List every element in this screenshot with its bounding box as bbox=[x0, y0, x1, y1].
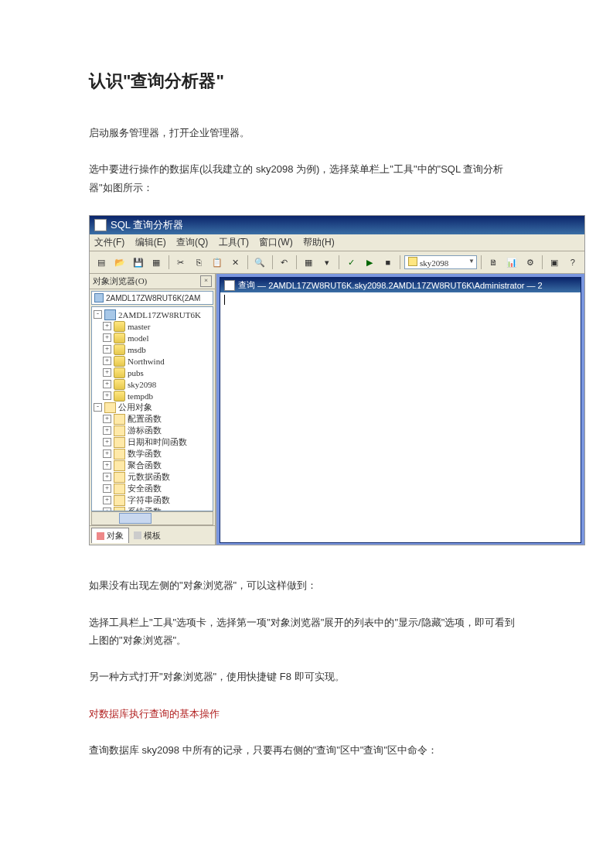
window-icon[interactable]: ▣ bbox=[547, 254, 563, 271]
database-icon bbox=[114, 356, 125, 367]
object-tree[interactable]: -2AMDL17ZW8RUT6K+master+model+msdb+North… bbox=[91, 306, 213, 511]
expand-icon[interactable]: + bbox=[103, 426, 111, 435]
menu-edit[interactable]: 编辑(E) bbox=[135, 237, 166, 248]
tree-item[interactable]: +数学函数 bbox=[92, 448, 213, 460]
expand-icon[interactable]: + bbox=[103, 345, 111, 354]
tree-item[interactable]: +元数据函数 bbox=[92, 471, 213, 483]
tree-item[interactable]: +Northwind bbox=[92, 355, 213, 367]
separator bbox=[542, 255, 543, 269]
expand-icon[interactable]: + bbox=[103, 322, 111, 330]
tree-item[interactable]: +model bbox=[92, 332, 213, 343]
tree-label: 2AMDL17ZW8RUT6K bbox=[118, 310, 201, 320]
query-editor[interactable] bbox=[220, 292, 581, 542]
expand-icon[interactable]: + bbox=[103, 333, 111, 342]
para-2: 选中要进行操作的数据库(以我建立的 sky2098 为例)，选择菜单栏上"工具"… bbox=[89, 160, 524, 196]
copy-icon[interactable]: ⎘ bbox=[191, 254, 207, 271]
trace-icon[interactable]: 📊 bbox=[504, 254, 520, 271]
tree-label: 元数据函数 bbox=[128, 471, 170, 483]
para-4: 选择工具栏上"工具"选项卡，选择第一项"对象浏览器"展开的列表中的"显示/隐藏"… bbox=[89, 613, 524, 650]
server-select[interactable]: 2AMDL17ZW8RUT6K(2AM bbox=[91, 291, 213, 305]
tree-label: 安全函数 bbox=[128, 483, 162, 494]
execute-icon[interactable]: ✓ bbox=[343, 254, 359, 271]
tab-objects[interactable]: 对象 bbox=[91, 528, 129, 543]
menu-help[interactable]: 帮助(H) bbox=[303, 237, 335, 248]
object-browser-title: 对象浏览器(O) × bbox=[90, 274, 215, 289]
separator bbox=[272, 255, 273, 269]
tree-item[interactable]: +master bbox=[92, 320, 213, 332]
doc-title: 认识"查询分析器" bbox=[89, 70, 524, 93]
dropdown-icon[interactable]: ▾ bbox=[319, 254, 335, 271]
new-query-icon[interactable]: ▤ bbox=[94, 254, 110, 271]
database-icon bbox=[114, 321, 125, 332]
database-select[interactable]: sky2098 bbox=[404, 255, 477, 269]
expand-icon[interactable]: + bbox=[103, 449, 111, 458]
expand-icon[interactable]: + bbox=[103, 368, 111, 377]
close-icon[interactable]: × bbox=[200, 275, 212, 287]
expand-icon[interactable]: + bbox=[103, 484, 111, 493]
tree-label: 字符串函数 bbox=[128, 494, 170, 506]
menu-tools[interactable]: 工具(T) bbox=[219, 237, 249, 248]
tab-templates[interactable]: 模板 bbox=[129, 528, 165, 543]
folder-icon bbox=[114, 472, 125, 483]
expand-icon[interactable]: + bbox=[103, 496, 111, 504]
tree-label: tempdb bbox=[128, 391, 153, 401]
expand-icon[interactable]: + bbox=[103, 380, 111, 388]
tree-label: sky2098 bbox=[128, 380, 156, 389]
tree-item[interactable]: +聚合函数 bbox=[92, 460, 213, 471]
undo-icon[interactable]: ↶ bbox=[276, 254, 292, 271]
tree-item[interactable]: +msdb bbox=[92, 343, 213, 355]
cut-icon[interactable]: ✂ bbox=[172, 254, 189, 271]
tree-item[interactable]: +sky2098 bbox=[92, 378, 213, 390]
menu-query[interactable]: 查询(Q) bbox=[176, 237, 208, 248]
results-icon[interactable]: ▦ bbox=[301, 254, 317, 271]
menu-window[interactable]: 窗口(W) bbox=[259, 237, 292, 248]
open-icon[interactable]: 📂 bbox=[112, 254, 128, 271]
tree-item[interactable]: +安全函数 bbox=[92, 483, 213, 494]
expand-icon[interactable]: - bbox=[94, 403, 102, 412]
tree-label: master bbox=[128, 322, 150, 331]
menu-file[interactable]: 文件(F) bbox=[94, 237, 124, 248]
expand-icon[interactable]: - bbox=[94, 310, 102, 319]
tree-item[interactable]: -公用对象 bbox=[92, 402, 213, 413]
stop-icon[interactable]: ■ bbox=[380, 254, 396, 271]
app-title: SQL 查询分析器 bbox=[111, 218, 183, 232]
separator bbox=[400, 255, 400, 269]
para-3: 如果没有出现左侧的"对象浏览器"，可以这样做到： bbox=[89, 576, 524, 594]
tree-label: 游标函数 bbox=[128, 425, 162, 436]
tree-item[interactable]: +pubs bbox=[92, 367, 213, 378]
menubar: 文件(F) 编辑(E) 查询(Q) 工具(T) 窗口(W) 帮助(H) bbox=[90, 234, 584, 251]
database-icon bbox=[114, 379, 125, 390]
expand-icon[interactable]: + bbox=[103, 473, 111, 481]
para-7: 查询数据库 sky2098 中所有的记录，只要再右侧的"查询"区中"查询"区中命… bbox=[89, 741, 524, 759]
help-icon[interactable]: ? bbox=[564, 254, 581, 271]
expand-icon[interactable]: + bbox=[103, 438, 111, 446]
mdi-area: 查询 — 2AMDL17ZW8RUT6K.sky2098.2AMDL17ZW8R… bbox=[216, 274, 584, 545]
tree-item[interactable]: +配置函数 bbox=[92, 413, 213, 425]
plan-icon[interactable]: 🗎 bbox=[485, 254, 502, 271]
expand-icon[interactable]: + bbox=[103, 391, 111, 400]
database-icon bbox=[114, 333, 125, 343]
database-icon bbox=[114, 344, 125, 355]
query-window-titlebar: 查询 — 2AMDL17ZW8RUT6K.sky2098.2AMDL17ZW8R… bbox=[220, 278, 581, 292]
save-all-icon[interactable]: ▦ bbox=[148, 254, 165, 271]
separator bbox=[247, 255, 248, 269]
expand-icon[interactable]: + bbox=[103, 461, 111, 470]
tree-item[interactable]: +tempdb bbox=[92, 390, 213, 402]
opts-icon[interactable]: ⚙ bbox=[522, 254, 538, 271]
clear-icon[interactable]: ✕ bbox=[227, 254, 243, 271]
tree-label: 系统函数 bbox=[128, 506, 162, 511]
subtitle: 对数据库执行查询的基本操作 bbox=[89, 705, 524, 723]
tree-item[interactable]: -2AMDL17ZW8RUT6K bbox=[92, 309, 213, 320]
find-icon[interactable]: 🔍 bbox=[252, 254, 268, 271]
expand-icon[interactable]: + bbox=[103, 357, 111, 365]
save-icon[interactable]: 💾 bbox=[130, 254, 146, 271]
tree-item[interactable]: +字符串函数 bbox=[92, 494, 213, 506]
tree-item[interactable]: +系统函数 bbox=[92, 506, 213, 511]
tree-item[interactable]: +日期和时间函数 bbox=[92, 436, 213, 448]
toolbar: ▤ 📂 💾 ▦ ✂ ⎘ 📋 ✕ 🔍 ↶ ▦ ▾ ✓ ▶ ■ sky2098 🗎 … bbox=[90, 251, 584, 274]
scrollbar[interactable] bbox=[91, 511, 213, 525]
paste-icon[interactable]: 📋 bbox=[209, 254, 226, 271]
expand-icon[interactable]: + bbox=[103, 415, 111, 423]
tree-item[interactable]: +游标函数 bbox=[92, 425, 213, 436]
play-icon[interactable]: ▶ bbox=[362, 254, 378, 271]
